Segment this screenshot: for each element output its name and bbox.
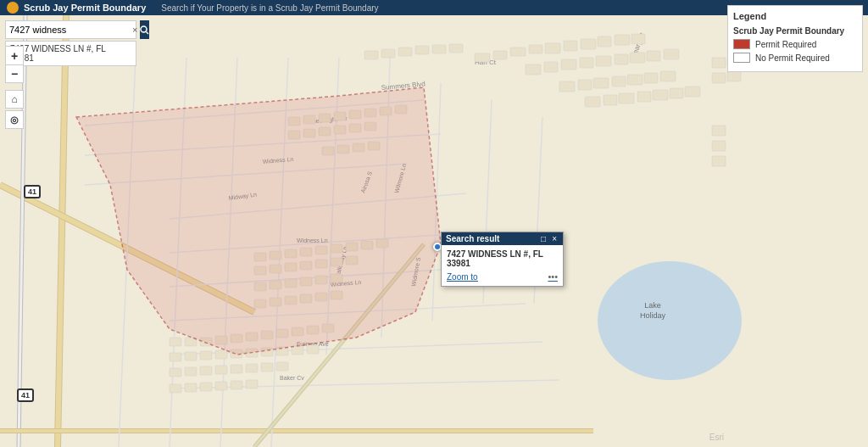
popup-close-button[interactable]: ×: [550, 234, 559, 243]
svg-rect-51: [564, 41, 577, 51]
svg-rect-71: [660, 71, 676, 81]
svg-rect-60: [596, 56, 611, 66]
svg-rect-150: [292, 346, 303, 355]
legend-label-no-permit: No Permit Required: [755, 53, 830, 63]
svg-rect-49: [529, 45, 542, 53]
svg-rect-159: [276, 362, 288, 371]
svg-rect-144: [200, 351, 212, 360]
svg-rect-56: [526, 64, 541, 75]
svg-rect-50: [545, 43, 560, 53]
svg-rect-154: [200, 366, 212, 375]
app-subtitle: Search if Your Property is in a Scrub Ja…: [161, 3, 378, 13]
svg-rect-59: [580, 58, 593, 68]
svg-rect-74: [619, 93, 634, 103]
svg-rect-77: [670, 88, 683, 98]
svg-rect-169: [727, 71, 741, 81]
svg-rect-78: [685, 87, 700, 97]
svg-rect-68: [612, 76, 626, 87]
svg-point-174: [141, 26, 147, 32]
svg-rect-58: [561, 59, 576, 70]
svg-rect-72: [585, 97, 600, 107]
legend-title: Legend: [733, 11, 857, 21]
esri-watermark: Esri: [709, 433, 724, 442]
svg-rect-171: [712, 141, 726, 151]
route-badge-41-south: 41: [17, 388, 34, 402]
home-button[interactable]: ⌂: [5, 90, 24, 109]
svg-rect-145: [215, 350, 227, 359]
svg-rect-70: [644, 73, 658, 83]
svg-rect-46: [475, 53, 490, 62]
popup-zoom-row: Zoom to •••: [447, 271, 558, 282]
svg-rect-166: [712, 58, 726, 68]
svg-rect-157: [246, 364, 258, 372]
popup-title: Search result: [446, 234, 499, 243]
svg-rect-69: [627, 75, 643, 85]
popup-header: Search result □ ×: [442, 232, 563, 245]
search-button[interactable]: [140, 20, 149, 39]
svg-rect-47: [493, 51, 507, 59]
search-container: × 7427 WIDNESS LN #, FL 33981: [5, 20, 136, 66]
popup-zoom-link-text[interactable]: Zoom to: [447, 272, 478, 282]
legend-label-permit-required: Permit Required: [755, 40, 816, 49]
svg-rect-79: [364, 51, 378, 59]
svg-rect-153: [185, 367, 197, 376]
svg-point-1: [598, 261, 742, 380]
locate-icon: ◎: [10, 115, 19, 126]
svg-rect-48: [510, 47, 526, 56]
home-icon: ⌂: [11, 93, 17, 105]
map-controls: + − ⌂ ◎: [5, 46, 24, 129]
legend-section-title: Scrub Jay Permit Boundary: [733, 26, 857, 36]
svg-rect-73: [604, 95, 617, 105]
popup-header-actions: □ ×: [539, 234, 559, 243]
svg-rect-84: [449, 44, 463, 53]
map-container[interactable]: Lake Holiday: [0, 15, 868, 447]
svg-rect-65: [559, 81, 575, 92]
svg-rect-156: [231, 365, 242, 373]
svg-rect-163: [215, 382, 227, 390]
svg-text:Lake: Lake: [644, 301, 661, 310]
search-input[interactable]: [6, 21, 130, 38]
svg-rect-62: [630, 53, 645, 63]
locate-button[interactable]: ◎: [5, 110, 24, 129]
svg-rect-83: [432, 45, 446, 53]
svg-rect-172: [712, 156, 726, 166]
zoom-out-button[interactable]: −: [5, 64, 24, 83]
map-svg: Lake Holiday: [0, 15, 868, 447]
svg-rect-151: [307, 345, 319, 354]
legend-swatch-no-permit: [733, 53, 750, 63]
svg-text:Baker Cv: Baker Cv: [280, 375, 304, 381]
svg-rect-131: [170, 338, 181, 346]
svg-rect-57: [544, 62, 558, 72]
svg-rect-53: [598, 36, 611, 47]
svg-rect-54: [615, 35, 630, 45]
svg-rect-55: [632, 34, 645, 44]
svg-rect-164: [231, 381, 242, 389]
app-title: Scrub Jay Permit Boundary: [24, 3, 146, 13]
legend-panel: Legend Scrub Jay Permit Boundary Permit …: [727, 5, 863, 72]
svg-rect-52: [581, 39, 596, 49]
popup-body: 7427 WIDNESS LN #, FL 33981 Zoom to •••: [442, 245, 563, 286]
address-suggestion[interactable]: 7427 WIDNESS LN #, FL 33981: [5, 41, 136, 66]
popup-more-button[interactable]: •••: [548, 271, 558, 282]
svg-rect-155: [215, 366, 227, 374]
legend-item-permit-required: Permit Required: [733, 39, 857, 49]
svg-rect-64: [664, 49, 679, 59]
svg-rect-66: [578, 80, 592, 90]
zoom-in-button[interactable]: +: [5, 46, 24, 64]
search-box[interactable]: ×: [5, 20, 136, 39]
search-clear-button[interactable]: ×: [130, 25, 140, 35]
svg-rect-67: [593, 78, 609, 88]
svg-rect-165: [246, 380, 258, 388]
svg-line-175: [147, 31, 149, 34]
svg-rect-76: [653, 90, 668, 100]
svg-rect-63: [647, 51, 660, 61]
svg-rect-168: [712, 73, 726, 83]
svg-rect-162: [200, 383, 212, 391]
logo-area: Scrub Jay Permit Boundary: [7, 2, 146, 14]
popup-expand-button[interactable]: □: [539, 234, 548, 243]
svg-rect-142: [170, 353, 181, 361]
svg-rect-160: [170, 384, 181, 393]
svg-rect-81: [398, 47, 412, 56]
route-badge-41: 41: [24, 185, 41, 198]
county-logo-icon: [7, 2, 19, 14]
